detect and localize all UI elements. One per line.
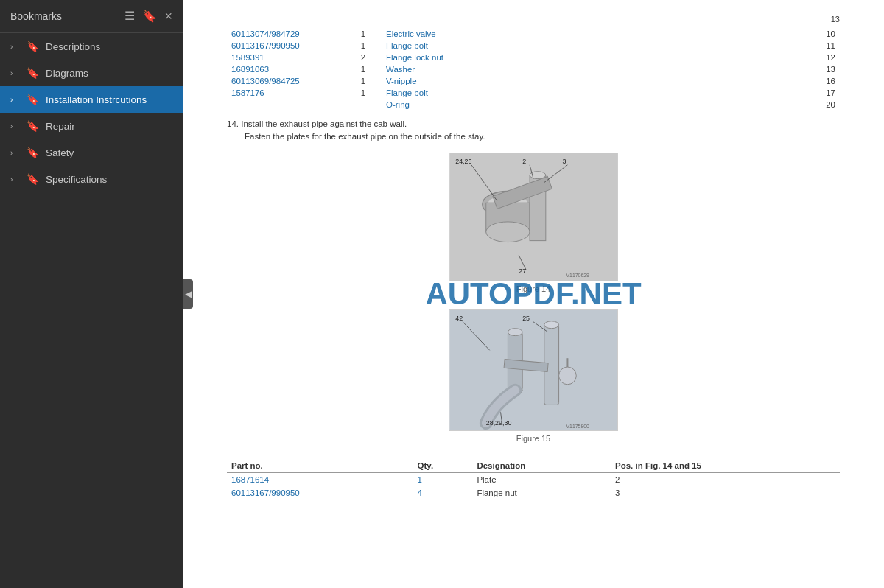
sidebar-item-repair[interactable]: › 🔖 Repair bbox=[0, 113, 183, 139]
svg-text:24,26: 24,26 bbox=[455, 157, 471, 164]
svg-text:2: 2 bbox=[522, 157, 526, 164]
designation: O-ring bbox=[382, 99, 803, 111]
table-row: 1589391 2 Flange lock nut 12 bbox=[227, 52, 840, 63]
bookmark-view-icon[interactable]: 🔖 bbox=[142, 9, 157, 23]
table-row: 60113167/990950 4 Flange nut 3 bbox=[227, 486, 840, 500]
bookmark-icon: 🔖 bbox=[27, 147, 38, 158]
position: 13 bbox=[803, 63, 840, 75]
table-header-cell: Part no. bbox=[227, 459, 413, 473]
sidebar: Bookmarks ☰ 🔖 × › 🔖 Descriptions › 🔖 Dia… bbox=[0, 0, 183, 588]
chevron-icon: › bbox=[10, 149, 19, 157]
table-row: 60113167/990950 1 Flange bolt 11 bbox=[227, 40, 840, 52]
sidebar-item-specifications[interactable]: › 🔖 Specifications bbox=[0, 166, 183, 192]
list-view-icon[interactable]: ☰ bbox=[124, 9, 135, 23]
position: 2 bbox=[611, 472, 840, 486]
step-14-line1: 14. Install the exhaust pipe against the… bbox=[227, 118, 840, 130]
position: 12 bbox=[803, 52, 840, 63]
svg-text:3: 3 bbox=[563, 157, 566, 164]
svg-text:V1170629: V1170629 bbox=[566, 273, 589, 278]
quantity: 1 bbox=[345, 28, 382, 40]
part-number: 1587176 bbox=[227, 87, 345, 99]
quantity: 1 bbox=[413, 472, 473, 486]
figure-15-image: 42 25 28,29,30 V1175800 bbox=[449, 309, 618, 431]
bottom-parts-table: Part no.Qty.DesignationPos. in Fig. 14 a… bbox=[227, 459, 840, 500]
chevron-icon: › bbox=[10, 43, 19, 51]
bookmark-icon: 🔖 bbox=[27, 41, 38, 52]
sidebar-item-label: Diagrams bbox=[46, 68, 88, 79]
designation: V-nipple bbox=[382, 75, 803, 87]
position: 10 bbox=[803, 28, 840, 40]
figure-14-svg: 24,26 2 3 27 V1170629 bbox=[449, 153, 617, 281]
svg-point-19 bbox=[508, 328, 522, 335]
position: 17 bbox=[803, 87, 840, 99]
designation: Electric valve bbox=[382, 28, 803, 40]
quantity: 1 bbox=[345, 87, 382, 99]
sidebar-item-safety[interactable]: › 🔖 Safety bbox=[0, 139, 183, 166]
svg-point-4 bbox=[486, 221, 530, 242]
figure-14-container: 24,26 2 3 27 V1170629 Figure 14 bbox=[227, 153, 840, 301]
svg-text:28,29,30: 28,29,30 bbox=[486, 419, 512, 427]
position: 11 bbox=[803, 40, 840, 52]
part-number: 16871614 bbox=[227, 472, 413, 486]
table-row: 1587176 1 Flange bolt 17 bbox=[227, 87, 840, 99]
nav-list: › 🔖 Descriptions › 🔖 Diagrams › 🔖 Instal… bbox=[0, 33, 183, 192]
table-row: 60113074/984729 1 Electric valve 10 bbox=[227, 28, 840, 40]
figure-15-svg: 42 25 28,29,30 V1175800 bbox=[449, 310, 617, 430]
position: 3 bbox=[611, 486, 840, 500]
close-icon[interactable]: × bbox=[164, 10, 172, 23]
quantity: 2 bbox=[345, 52, 382, 63]
svg-point-22 bbox=[544, 321, 559, 328]
quantity: 1 bbox=[345, 75, 382, 87]
svg-point-23 bbox=[559, 367, 577, 385]
chevron-icon: › bbox=[10, 96, 19, 104]
step-14-text: 14. Install the exhaust pipe against the… bbox=[227, 118, 840, 144]
svg-text:V1175800: V1175800 bbox=[566, 424, 589, 429]
part-number bbox=[227, 99, 345, 111]
sidebar-item-descriptions[interactable]: › 🔖 Descriptions bbox=[0, 33, 183, 60]
sidebar-collapse-button[interactable]: ◀ bbox=[183, 279, 193, 309]
table-header-row: Part no.Qty.DesignationPos. in Fig. 14 a… bbox=[227, 459, 840, 473]
svg-text:27: 27 bbox=[519, 267, 526, 275]
main-content: 13 60113074/984729 1 Electric valve 10 6… bbox=[183, 0, 884, 588]
bookmark-icon: 🔖 bbox=[27, 67, 38, 79]
chevron-icon: › bbox=[10, 69, 19, 77]
bookmark-icon: 🔖 bbox=[27, 120, 38, 132]
designation: Plate bbox=[472, 472, 611, 486]
chevron-icon: › bbox=[10, 175, 19, 183]
table-row: 16871614 1 Plate 2 bbox=[227, 472, 840, 486]
figure-14-image: 24,26 2 3 27 V1170629 bbox=[449, 153, 618, 281]
table-header-cell: Pos. in Fig. 14 and 15 bbox=[611, 459, 840, 473]
part-number: 60113069/984725 bbox=[227, 75, 345, 87]
sidebar-header: Bookmarks ☰ 🔖 × bbox=[0, 0, 183, 32]
part-number: 1589391 bbox=[227, 52, 345, 63]
designation: Washer bbox=[382, 63, 803, 75]
chevron-icon: › bbox=[10, 122, 19, 130]
part-number: 60113167/990950 bbox=[227, 486, 413, 500]
sidebar-item-label: Installation Instrcutions bbox=[46, 94, 147, 105]
designation: Flange nut bbox=[472, 486, 611, 500]
sidebar-item-label: Safety bbox=[46, 147, 74, 158]
page-number: 13 bbox=[227, 15, 840, 24]
position: 20 bbox=[803, 99, 840, 111]
step-14-line2: Fasten the plates for the exhaust pipe o… bbox=[227, 130, 840, 143]
sidebar-item-label: Descriptions bbox=[46, 41, 100, 52]
part-number: 16891063 bbox=[227, 63, 345, 75]
top-parts-table: 60113074/984729 1 Electric valve 10 6011… bbox=[227, 28, 840, 111]
sidebar-item-installation[interactable]: › 🔖 Installation Instrcutions bbox=[0, 86, 183, 113]
bookmark-icon: 🔖 bbox=[27, 173, 38, 185]
sidebar-item-label: Specifications bbox=[46, 174, 107, 185]
svg-text:25: 25 bbox=[522, 314, 530, 321]
figure-15-container: 42 25 28,29,30 V1175800 Figure 15 bbox=[227, 309, 840, 450]
sidebar-item-diagrams[interactable]: › 🔖 Diagrams bbox=[0, 60, 183, 86]
table-header-cell: Qty. bbox=[413, 459, 473, 473]
figure-14-label: Figure 14 bbox=[516, 284, 550, 293]
table-row: O-ring 20 bbox=[227, 99, 840, 111]
collapse-icon: ◀ bbox=[185, 289, 192, 299]
part-number: 60113167/990950 bbox=[227, 40, 345, 52]
quantity: 4 bbox=[413, 486, 473, 500]
position: 16 bbox=[803, 75, 840, 87]
designation: Flange bolt bbox=[382, 87, 803, 99]
figure-15-label: Figure 15 bbox=[516, 434, 550, 443]
quantity bbox=[345, 99, 382, 111]
sidebar-item-label: Repair bbox=[46, 121, 75, 132]
